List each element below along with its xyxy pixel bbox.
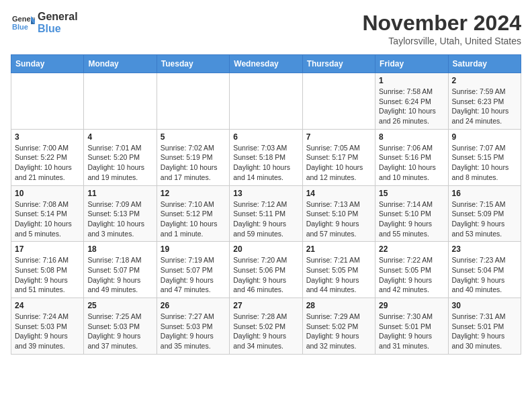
day-info: Sunrise: 7:31 AMSunset: 5:01 PMDaylight:… bbox=[452, 312, 517, 351]
calendar-cell: 12Sunrise: 7:10 AMSunset: 5:12 PMDayligh… bbox=[157, 185, 229, 242]
calendar-cell: 14Sunrise: 7:13 AMSunset: 5:10 PMDayligh… bbox=[302, 185, 375, 242]
title-section: November 2024 Taylorsville, Utah, United… bbox=[362, 11, 521, 46]
logo: General Blue General Blue bbox=[11, 11, 78, 35]
day-number: 15 bbox=[379, 189, 444, 198]
day-info: Sunrise: 7:07 AMSunset: 5:15 PMDaylight:… bbox=[452, 143, 517, 183]
calendar-week-2: 3Sunrise: 7:00 AMSunset: 5:22 PMDaylight… bbox=[11, 129, 521, 185]
day-number: 18 bbox=[87, 244, 152, 254]
day-number: 2 bbox=[452, 76, 517, 85]
calendar-cell: 11Sunrise: 7:09 AMSunset: 5:13 PMDayligh… bbox=[84, 185, 157, 242]
day-number: 17 bbox=[15, 244, 80, 254]
day-info: Sunrise: 7:09 AMSunset: 5:13 PMDaylight:… bbox=[87, 199, 152, 239]
day-number: 12 bbox=[161, 189, 226, 198]
day-number: 5 bbox=[161, 132, 226, 142]
logo-blue: Blue bbox=[38, 23, 78, 35]
day-info: Sunrise: 7:58 AMSunset: 6:24 PMDaylight:… bbox=[379, 87, 444, 126]
calendar-week-1: 1Sunrise: 7:58 AMSunset: 6:24 PMDaylight… bbox=[11, 73, 521, 130]
calendar-cell: 10Sunrise: 7:08 AMSunset: 5:14 PMDayligh… bbox=[11, 185, 84, 242]
day-number: 20 bbox=[233, 244, 298, 254]
weekday-header-tuesday: Tuesday bbox=[157, 55, 229, 73]
calendar-cell: 30Sunrise: 7:31 AMSunset: 5:01 PMDayligh… bbox=[448, 298, 521, 355]
day-info: Sunrise: 7:10 AMSunset: 5:12 PMDaylight:… bbox=[161, 199, 226, 239]
calendar-cell: 2Sunrise: 7:59 AMSunset: 6:23 PMDaylight… bbox=[448, 73, 521, 130]
weekday-header-wednesday: Wednesday bbox=[230, 55, 302, 73]
calendar-cell: 21Sunrise: 7:21 AMSunset: 5:05 PMDayligh… bbox=[302, 242, 375, 298]
calendar-cell: 27Sunrise: 7:28 AMSunset: 5:02 PMDayligh… bbox=[230, 298, 302, 355]
calendar-cell: 20Sunrise: 7:20 AMSunset: 5:06 PMDayligh… bbox=[230, 242, 302, 298]
day-info: Sunrise: 7:22 AMSunset: 5:05 PMDaylight:… bbox=[379, 255, 444, 295]
day-number: 25 bbox=[87, 301, 152, 310]
calendar-cell bbox=[157, 73, 229, 130]
day-info: Sunrise: 7:29 AMSunset: 5:02 PMDaylight:… bbox=[306, 312, 371, 351]
calendar-cell: 7Sunrise: 7:05 AMSunset: 5:17 PMDaylight… bbox=[302, 129, 375, 185]
day-info: Sunrise: 7:59 AMSunset: 6:23 PMDaylight:… bbox=[452, 87, 517, 126]
calendar-week-4: 17Sunrise: 7:16 AMSunset: 5:08 PMDayligh… bbox=[11, 242, 521, 298]
day-number: 10 bbox=[15, 189, 80, 198]
day-info: Sunrise: 7:23 AMSunset: 5:04 PMDaylight:… bbox=[452, 255, 517, 295]
day-info: Sunrise: 7:25 AMSunset: 5:03 PMDaylight:… bbox=[87, 312, 152, 351]
location: Taylorsville, Utah, United States bbox=[362, 36, 521, 46]
day-info: Sunrise: 7:13 AMSunset: 5:10 PMDaylight:… bbox=[306, 199, 371, 239]
day-info: Sunrise: 7:30 AMSunset: 5:01 PMDaylight:… bbox=[379, 312, 444, 351]
day-info: Sunrise: 7:16 AMSunset: 5:08 PMDaylight:… bbox=[15, 255, 80, 295]
day-number: 6 bbox=[233, 132, 298, 142]
day-number: 19 bbox=[161, 244, 226, 254]
day-info: Sunrise: 7:06 AMSunset: 5:16 PMDaylight:… bbox=[379, 143, 444, 183]
calendar-table: SundayMondayTuesdayWednesdayThursdayFrid… bbox=[11, 54, 521, 355]
day-number: 22 bbox=[379, 244, 444, 254]
calendar-cell: 22Sunrise: 7:22 AMSunset: 5:05 PMDayligh… bbox=[375, 242, 448, 298]
day-info: Sunrise: 7:21 AMSunset: 5:05 PMDaylight:… bbox=[306, 255, 371, 295]
calendar-cell: 28Sunrise: 7:29 AMSunset: 5:02 PMDayligh… bbox=[302, 298, 375, 355]
day-number: 27 bbox=[233, 301, 298, 310]
day-info: Sunrise: 7:27 AMSunset: 5:03 PMDaylight:… bbox=[161, 312, 226, 351]
calendar-cell: 24Sunrise: 7:24 AMSunset: 5:03 PMDayligh… bbox=[11, 298, 84, 355]
day-number: 16 bbox=[452, 189, 517, 198]
day-info: Sunrise: 7:18 AMSunset: 5:07 PMDaylight:… bbox=[87, 255, 152, 295]
day-number: 7 bbox=[306, 132, 371, 142]
calendar-cell: 29Sunrise: 7:30 AMSunset: 5:01 PMDayligh… bbox=[375, 298, 448, 355]
calendar-cell: 15Sunrise: 7:14 AMSunset: 5:10 PMDayligh… bbox=[375, 185, 448, 242]
day-info: Sunrise: 7:05 AMSunset: 5:17 PMDaylight:… bbox=[306, 143, 371, 183]
calendar-cell bbox=[302, 73, 375, 130]
day-info: Sunrise: 7:15 AMSunset: 5:09 PMDaylight:… bbox=[452, 199, 517, 239]
page-header: General Blue General Blue November 2024 … bbox=[11, 11, 521, 46]
day-info: Sunrise: 7:14 AMSunset: 5:10 PMDaylight:… bbox=[379, 199, 444, 239]
calendar-cell bbox=[84, 73, 157, 130]
calendar-cell: 8Sunrise: 7:06 AMSunset: 5:16 PMDaylight… bbox=[375, 129, 448, 185]
day-info: Sunrise: 7:28 AMSunset: 5:02 PMDaylight:… bbox=[233, 312, 298, 351]
day-number: 11 bbox=[87, 189, 152, 198]
day-number: 3 bbox=[15, 132, 80, 142]
day-info: Sunrise: 7:03 AMSunset: 5:18 PMDaylight:… bbox=[233, 143, 298, 183]
calendar-cell: 23Sunrise: 7:23 AMSunset: 5:04 PMDayligh… bbox=[448, 242, 521, 298]
calendar-cell: 9Sunrise: 7:07 AMSunset: 5:15 PMDaylight… bbox=[448, 129, 521, 185]
day-info: Sunrise: 7:24 AMSunset: 5:03 PMDaylight:… bbox=[15, 312, 80, 351]
day-number: 8 bbox=[379, 132, 444, 142]
day-info: Sunrise: 7:02 AMSunset: 5:19 PMDaylight:… bbox=[161, 143, 226, 183]
calendar-cell: 17Sunrise: 7:16 AMSunset: 5:08 PMDayligh… bbox=[11, 242, 84, 298]
day-info: Sunrise: 7:19 AMSunset: 5:07 PMDaylight:… bbox=[161, 255, 226, 295]
day-number: 30 bbox=[452, 301, 517, 310]
day-info: Sunrise: 7:01 AMSunset: 5:20 PMDaylight:… bbox=[87, 143, 152, 183]
month-title: November 2024 bbox=[362, 11, 521, 36]
day-number: 4 bbox=[87, 132, 152, 142]
calendar-cell: 3Sunrise: 7:00 AMSunset: 5:22 PMDaylight… bbox=[11, 129, 84, 185]
day-number: 28 bbox=[306, 301, 371, 310]
day-number: 21 bbox=[306, 244, 371, 254]
weekday-header-row: SundayMondayTuesdayWednesdayThursdayFrid… bbox=[11, 55, 521, 73]
day-info: Sunrise: 7:08 AMSunset: 5:14 PMDaylight:… bbox=[15, 199, 80, 239]
calendar-cell: 1Sunrise: 7:58 AMSunset: 6:24 PMDaylight… bbox=[375, 73, 448, 130]
calendar-cell: 26Sunrise: 7:27 AMSunset: 5:03 PMDayligh… bbox=[157, 298, 229, 355]
day-number: 24 bbox=[15, 301, 80, 310]
calendar-cell bbox=[11, 73, 84, 130]
weekday-header-friday: Friday bbox=[375, 55, 448, 73]
calendar-cell: 19Sunrise: 7:19 AMSunset: 5:07 PMDayligh… bbox=[157, 242, 229, 298]
calendar-cell: 18Sunrise: 7:18 AMSunset: 5:07 PMDayligh… bbox=[84, 242, 157, 298]
day-number: 14 bbox=[306, 189, 371, 198]
day-info: Sunrise: 7:12 AMSunset: 5:11 PMDaylight:… bbox=[233, 199, 298, 239]
calendar-week-3: 10Sunrise: 7:08 AMSunset: 5:14 PMDayligh… bbox=[11, 185, 521, 242]
weekday-header-sunday: Sunday bbox=[11, 55, 84, 73]
calendar-week-5: 24Sunrise: 7:24 AMSunset: 5:03 PMDayligh… bbox=[11, 298, 521, 355]
weekday-header-monday: Monday bbox=[84, 55, 157, 73]
calendar-cell: 4Sunrise: 7:01 AMSunset: 5:20 PMDaylight… bbox=[84, 129, 157, 185]
logo-icon: General Blue bbox=[11, 11, 35, 35]
